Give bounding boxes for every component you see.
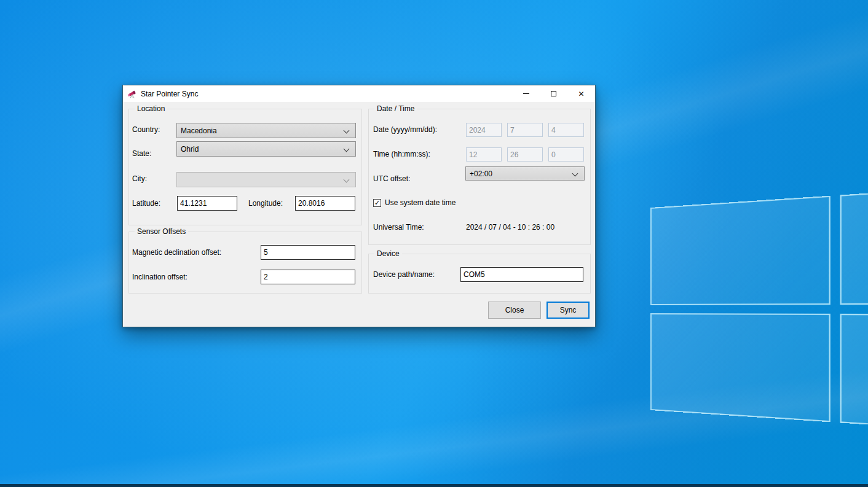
chevron-down-icon (572, 171, 578, 177)
date-year-input[interactable] (466, 123, 502, 137)
windows-logo (650, 180, 868, 438)
chevron-down-icon (344, 128, 350, 134)
device-legend: Device (374, 249, 402, 258)
minimize-icon (523, 93, 529, 94)
inclination-offset-input[interactable] (261, 270, 355, 284)
chevron-down-icon (344, 146, 350, 152)
utc-offset-selected-value: +02:00 (470, 169, 492, 178)
date-month-input[interactable] (507, 123, 543, 137)
datetime-legend: Date / Time (374, 104, 417, 113)
longitude-label: Longitude: (248, 199, 283, 208)
maximize-button[interactable] (540, 85, 567, 102)
windows-logo-pane (840, 180, 868, 305)
wallpaper-bottom-strip (0, 484, 868, 487)
minimize-button[interactable] (512, 85, 540, 102)
telescope-icon (127, 89, 137, 99)
use-system-datetime-label: Use system date time (385, 198, 456, 207)
use-system-datetime-checkbox[interactable]: ✓ Use system date time (373, 198, 456, 207)
close-button[interactable]: Close (488, 302, 541, 319)
country-label: Country: (132, 125, 160, 134)
state-selected-value: Ohrid (181, 145, 199, 154)
close-icon: ✕ (578, 90, 584, 98)
checkmark-icon: ✓ (374, 200, 380, 206)
time-second-input[interactable] (548, 147, 584, 162)
inclination-offset-label: Inclination offset: (132, 273, 187, 281)
device-path-label: Device path/name: (373, 270, 435, 279)
checkbox-box: ✓ (373, 199, 381, 207)
window-title: Star Pointer Sync (141, 90, 198, 98)
date-day-input[interactable] (548, 123, 584, 137)
dialog-client-area: Location Country: Macedonia State: Ohrid… (123, 102, 595, 327)
device-path-input[interactable] (460, 267, 583, 282)
time-label: Time (hh:mm:ss): (373, 150, 430, 158)
magnetic-declination-label: Magnetic declination offset: (132, 248, 221, 257)
universal-time-value: 2024 / 07 / 04 - 10 : 26 : 00 (466, 223, 554, 232)
location-legend: Location (135, 104, 167, 113)
utc-offset-label: UTC offset: (373, 174, 410, 183)
close-window-button[interactable]: ✕ (567, 85, 595, 102)
star-pointer-sync-window: Star Pointer Sync ✕ Location Country: (122, 85, 596, 327)
latitude-label: Latitude: (132, 199, 160, 208)
utc-offset-select[interactable]: +02:00 (465, 166, 585, 181)
state-label: State: (132, 149, 151, 158)
desktop-wallpaper: Star Pointer Sync ✕ Location Country: (0, 0, 868, 487)
country-select[interactable]: Macedonia (176, 123, 356, 138)
sensor-offsets-legend: Sensor Offsets (135, 227, 188, 236)
titlebar[interactable]: Star Pointer Sync ✕ (123, 85, 595, 102)
windows-logo-pane (650, 313, 830, 423)
city-label: City: (132, 174, 147, 183)
maximize-icon (551, 91, 556, 96)
windows-logo-pane (840, 313, 868, 438)
chevron-down-icon (344, 177, 350, 183)
city-select[interactable] (176, 172, 356, 187)
time-hour-input[interactable] (466, 147, 502, 162)
longitude-input[interactable] (295, 196, 355, 211)
time-minute-input[interactable] (507, 147, 543, 162)
date-label: Date (yyyy/mm/dd): (373, 125, 437, 134)
windows-logo-pane (650, 196, 830, 305)
country-selected-value: Macedonia (181, 127, 217, 135)
magnetic-declination-input[interactable] (261, 245, 355, 260)
sync-button[interactable]: Sync (546, 302, 590, 319)
universal-time-label: Universal Time: (373, 223, 424, 232)
latitude-input[interactable] (177, 196, 237, 211)
state-select[interactable]: Ohrid (176, 141, 356, 157)
caption-buttons: ✕ (512, 85, 595, 102)
